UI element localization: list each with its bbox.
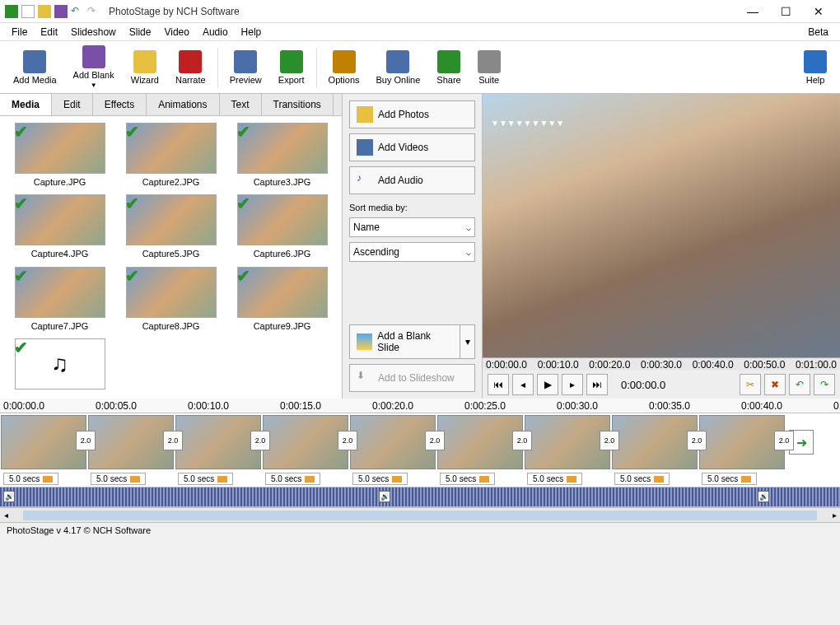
media-thumb[interactable]: ✔Capture6.JPG — [229, 194, 335, 261]
media-thumb[interactable]: ✔Capture9.JPG — [229, 267, 335, 333]
media-thumb[interactable]: ✔Capture5.JPG — [118, 194, 224, 261]
tab-effects[interactable]: Effects — [93, 94, 147, 115]
toolbar-add-blank[interactable]: Add Blank▼ — [65, 42, 123, 92]
speaker-icon[interactable]: 🔊 — [3, 491, 15, 502]
toolbar-preview[interactable]: Preview — [222, 47, 270, 88]
add-blank-dropdown[interactable]: ▾ — [460, 324, 475, 359]
toolbar-wizard[interactable]: Wizard — [123, 47, 167, 88]
goto-end-button[interactable]: ⏭ — [586, 374, 608, 395]
toolbar-add-media[interactable]: Add Media — [5, 47, 65, 88]
cut-button[interactable]: ✂ — [740, 374, 761, 395]
check-icon: ✔ — [236, 194, 250, 213]
goto-start-button[interactable]: ⏮ — [488, 374, 509, 395]
transition-marker[interactable]: 2.0 — [512, 431, 532, 450]
check-icon: ✔ — [125, 122, 139, 142]
timeline-clip[interactable]: 2.05.0 secs — [88, 415, 174, 469]
transition-marker[interactable]: 2.0 — [250, 431, 270, 450]
toolbar-buy-online[interactable]: Buy Online — [368, 47, 429, 88]
undo-clip-button[interactable]: ↶ — [789, 374, 810, 395]
transition-marker[interactable]: 2.0 — [687, 431, 707, 450]
add-to-slideshow-button[interactable]: ⬇Add to Slideshow — [349, 364, 475, 392]
minimize-button[interactable]: — — [736, 0, 769, 23]
maximize-button[interactable]: ☐ — [769, 0, 802, 23]
menubar: File Edit Slideshow Slide Video Audio He… — [0, 23, 840, 41]
preview-pane: ▼▼▼▼▼▼▼▼▼ 0:00:00.00:00:10.00:00:20.00:0… — [483, 94, 840, 399]
audio-track[interactable]: 🔊 🔊 🔊 — [0, 487, 840, 507]
transition-marker[interactable]: 2.0 — [76, 431, 96, 450]
speaker-icon[interactable]: 🔊 — [758, 491, 769, 502]
menu-audio[interactable]: Audio — [196, 26, 235, 38]
add-audio-button[interactable]: ♪Add Audio — [349, 166, 475, 194]
scroll-left-icon[interactable]: ◂ — [0, 511, 12, 520]
redo-clip-button[interactable]: ↷ — [814, 374, 835, 395]
media-thumb[interactable]: ✔Capture2.JPG — [118, 123, 224, 189]
menu-help[interactable]: Help — [235, 26, 268, 38]
scroll-right-icon[interactable]: ▸ — [828, 511, 840, 520]
media-grid: ✔Capture.JPG✔Capture2.JPG✔Capture3.JPG✔C… — [0, 116, 342, 399]
menu-video[interactable]: Video — [157, 26, 195, 38]
close-button[interactable]: ✕ — [802, 0, 835, 23]
next-frame-button[interactable]: ▸ — [562, 374, 583, 395]
timeline-clip[interactable]: 2.05.0 secs — [175, 415, 261, 469]
transition-marker[interactable]: 2.0 — [600, 431, 619, 450]
timeline-ruler[interactable]: 0:00:00.00:00:05.00:00:10.00:00:15.00:00… — [0, 399, 840, 413]
media-thumb-audio[interactable]: ✔♫ — [7, 338, 113, 392]
timeline-clip[interactable]: 2.05.0 secs — [263, 415, 348, 469]
media-thumb[interactable]: ✔Capture4.JPG — [7, 194, 113, 261]
toolbar-help[interactable]: Help — [796, 47, 835, 88]
media-thumb[interactable]: ✔Capture8.JPG — [118, 267, 224, 333]
thumb-image: ✔♫ — [15, 338, 105, 389]
add-videos-button[interactable]: Add Videos — [349, 133, 475, 161]
add-blank-slide-button[interactable]: Add a Blank Slide — [349, 324, 460, 359]
add-photos-button[interactable]: Add Photos — [349, 100, 475, 128]
undo-icon[interactable]: ↶ — [71, 5, 84, 18]
sort-field-select[interactable]: Name — [349, 217, 475, 237]
timeline-clip[interactable]: 2.05.0 secs — [1, 415, 86, 469]
blank-slide-icon — [357, 333, 372, 350]
video-track[interactable]: 2.05.0 secs 2.05.0 secs 2.05.0 secs 2.05… — [0, 413, 840, 487]
menu-edit[interactable]: Edit — [34, 26, 64, 38]
transition-marker[interactable]: 2.0 — [425, 431, 445, 450]
tab-text[interactable]: Text — [220, 94, 262, 115]
redo-icon[interactable]: ↷ — [87, 5, 100, 18]
delete-button[interactable]: ✖ — [764, 374, 786, 395]
timeline-clip[interactable]: 2.05.0 secs — [525, 415, 610, 469]
timeline-clip[interactable]: 2.05.0 secs — [699, 415, 785, 469]
prev-frame-button[interactable]: ◂ — [512, 374, 534, 395]
transition-marker[interactable]: 2.0 — [338, 431, 357, 450]
media-thumb[interactable]: ✔Capture7.JPG — [7, 267, 113, 333]
check-icon: ✔ — [14, 194, 28, 213]
tab-animations[interactable]: Animations — [147, 94, 219, 115]
tab-transitions[interactable]: Transitions — [262, 94, 334, 115]
toolbar-narrate[interactable]: Narrate — [167, 47, 214, 88]
toolbar-options[interactable]: Options — [320, 47, 368, 88]
tab-edit[interactable]: Edit — [52, 94, 93, 115]
toolbar-export[interactable]: Export — [270, 47, 313, 88]
menu-file[interactable]: File — [5, 26, 34, 38]
menu-slide[interactable]: Slide — [123, 26, 158, 38]
menu-slideshow[interactable]: Slideshow — [64, 26, 123, 38]
media-thumb[interactable]: ✔Capture3.JPG — [229, 123, 335, 189]
save-icon[interactable] — [54, 5, 68, 18]
timeline-scrollbar[interactable]: ◂ ▸ — [0, 507, 840, 522]
scrollbar-thumb[interactable] — [23, 511, 817, 520]
timeline-clip[interactable]: 2.05.0 secs — [612, 415, 698, 469]
thumb-name: Capture8.JPG — [142, 321, 200, 331]
transition-marker[interactable]: 2.0 — [163, 431, 183, 450]
timeline-clip[interactable]: 2.05.0 secs — [437, 415, 523, 469]
sort-label: Sort media by: — [349, 203, 475, 212]
check-icon: ✔ — [14, 122, 28, 142]
new-icon[interactable] — [21, 5, 35, 18]
tab-media[interactable]: Media — [0, 94, 52, 115]
media-thumb[interactable]: ✔Capture.JPG — [7, 123, 113, 189]
open-icon[interactable] — [38, 5, 51, 18]
toolbar-suite[interactable]: Suite — [469, 47, 509, 88]
sort-order-select[interactable]: Ascending — [349, 242, 475, 262]
clip-duration: 5.0 secs — [91, 473, 146, 485]
toolbar-share[interactable]: Share — [428, 47, 469, 88]
share-icon — [437, 50, 460, 73]
play-button[interactable]: ▶ — [537, 374, 558, 395]
speaker-icon[interactable]: 🔊 — [379, 491, 390, 502]
timeline-clip[interactable]: 2.05.0 secs — [350, 415, 436, 469]
transition-marker[interactable]: 2.0 — [774, 431, 794, 450]
